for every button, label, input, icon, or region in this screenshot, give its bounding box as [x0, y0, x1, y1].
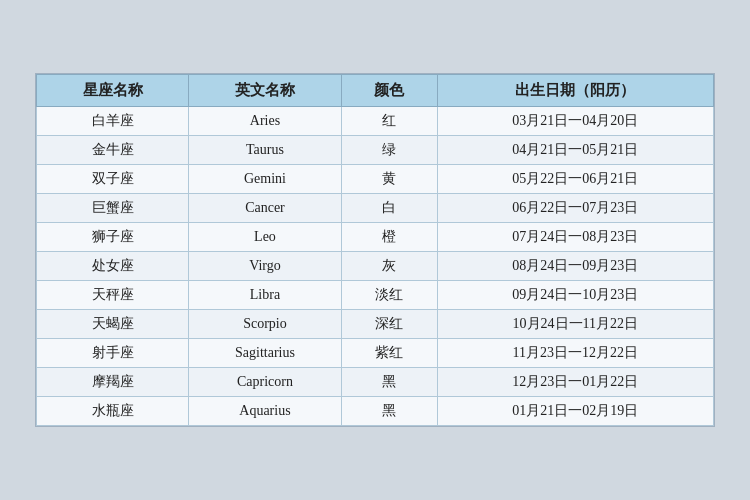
cell-birth-dates: 05月22日一06月21日	[437, 165, 713, 194]
cell-color: 黑	[341, 368, 437, 397]
table-row: 巨蟹座Cancer白06月22日一07月23日	[37, 194, 714, 223]
cell-color: 黑	[341, 397, 437, 426]
cell-english-name: Aries	[189, 107, 341, 136]
cell-color: 黄	[341, 165, 437, 194]
cell-chinese-name: 双子座	[37, 165, 189, 194]
cell-birth-dates: 10月24日一11月22日	[437, 310, 713, 339]
cell-chinese-name: 巨蟹座	[37, 194, 189, 223]
cell-chinese-name: 摩羯座	[37, 368, 189, 397]
cell-birth-dates: 08月24日一09月23日	[437, 252, 713, 281]
cell-english-name: Cancer	[189, 194, 341, 223]
table-row: 双子座Gemini黄05月22日一06月21日	[37, 165, 714, 194]
header-color: 颜色	[341, 75, 437, 107]
table-header-row: 星座名称 英文名称 颜色 出生日期（阳历）	[37, 75, 714, 107]
header-english-name: 英文名称	[189, 75, 341, 107]
cell-english-name: Capricorn	[189, 368, 341, 397]
cell-birth-dates: 11月23日一12月22日	[437, 339, 713, 368]
cell-birth-dates: 04月21日一05月21日	[437, 136, 713, 165]
cell-birth-dates: 06月22日一07月23日	[437, 194, 713, 223]
table-row: 射手座Sagittarius紫红11月23日一12月22日	[37, 339, 714, 368]
table-row: 狮子座Leo橙07月24日一08月23日	[37, 223, 714, 252]
table-row: 处女座Virgo灰08月24日一09月23日	[37, 252, 714, 281]
cell-chinese-name: 白羊座	[37, 107, 189, 136]
table-row: 水瓶座Aquarius黑01月21日一02月19日	[37, 397, 714, 426]
cell-english-name: Virgo	[189, 252, 341, 281]
cell-color: 橙	[341, 223, 437, 252]
cell-chinese-name: 水瓶座	[37, 397, 189, 426]
cell-english-name: Libra	[189, 281, 341, 310]
cell-english-name: Gemini	[189, 165, 341, 194]
cell-chinese-name: 狮子座	[37, 223, 189, 252]
cell-chinese-name: 天秤座	[37, 281, 189, 310]
table-row: 摩羯座Capricorn黑12月23日一01月22日	[37, 368, 714, 397]
cell-english-name: Leo	[189, 223, 341, 252]
cell-birth-dates: 01月21日一02月19日	[437, 397, 713, 426]
cell-color: 紫红	[341, 339, 437, 368]
cell-birth-dates: 07月24日一08月23日	[437, 223, 713, 252]
cell-english-name: Aquarius	[189, 397, 341, 426]
cell-chinese-name: 处女座	[37, 252, 189, 281]
cell-birth-dates: 09月24日一10月23日	[437, 281, 713, 310]
header-birth-date: 出生日期（阳历）	[437, 75, 713, 107]
zodiac-table-container: 星座名称 英文名称 颜色 出生日期（阳历） 白羊座Aries红03月21日一04…	[35, 73, 715, 427]
zodiac-table: 星座名称 英文名称 颜色 出生日期（阳历） 白羊座Aries红03月21日一04…	[36, 74, 714, 426]
cell-chinese-name: 射手座	[37, 339, 189, 368]
cell-chinese-name: 天蝎座	[37, 310, 189, 339]
table-row: 天秤座Libra淡红09月24日一10月23日	[37, 281, 714, 310]
cell-english-name: Taurus	[189, 136, 341, 165]
cell-english-name: Scorpio	[189, 310, 341, 339]
table-row: 白羊座Aries红03月21日一04月20日	[37, 107, 714, 136]
cell-color: 红	[341, 107, 437, 136]
cell-color: 淡红	[341, 281, 437, 310]
cell-birth-dates: 12月23日一01月22日	[437, 368, 713, 397]
cell-color: 白	[341, 194, 437, 223]
cell-chinese-name: 金牛座	[37, 136, 189, 165]
cell-color: 深红	[341, 310, 437, 339]
cell-birth-dates: 03月21日一04月20日	[437, 107, 713, 136]
table-row: 金牛座Taurus绿04月21日一05月21日	[37, 136, 714, 165]
header-chinese-name: 星座名称	[37, 75, 189, 107]
cell-english-name: Sagittarius	[189, 339, 341, 368]
table-body: 白羊座Aries红03月21日一04月20日金牛座Taurus绿04月21日一0…	[37, 107, 714, 426]
cell-color: 绿	[341, 136, 437, 165]
table-row: 天蝎座Scorpio深红10月24日一11月22日	[37, 310, 714, 339]
cell-color: 灰	[341, 252, 437, 281]
